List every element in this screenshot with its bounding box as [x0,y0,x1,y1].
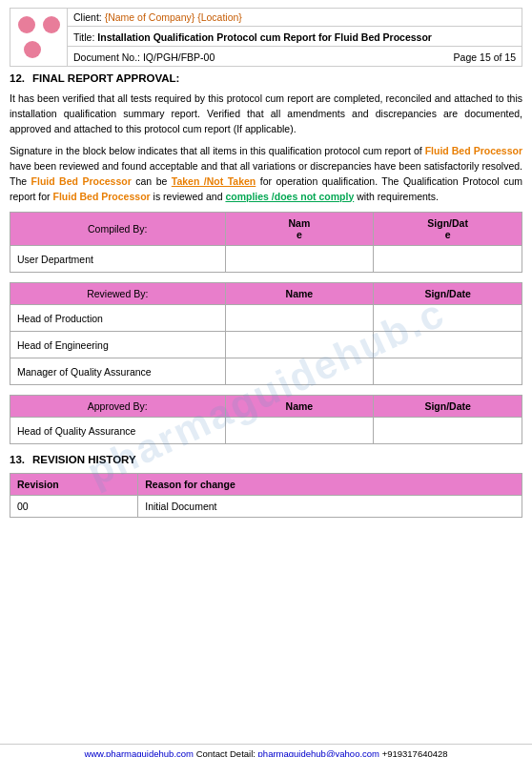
head-qa-label: Head of Quality Assurance [10,418,226,444]
rev-number-1: 00 [10,496,138,518]
compiled-col3-header: Sign/Date [374,213,522,246]
footer-website[interactable]: www.pharmaguidehub.com [84,748,194,757]
approved-col1-header: Approved By: [10,396,226,418]
section12-para2: Signature in the block below indicates t… [10,144,522,204]
para2-suffix: with requirements. [354,191,439,202]
main-content: 12. FINAL REPORT APPROVAL: It has been v… [10,72,522,518]
manager-qa-name [225,358,374,385]
compiled-col2-header: Name [225,213,374,246]
para2-mid4: is reviewed and [151,191,226,202]
header-docno-row: Document No.: IQ/PGH/FBP-00 Page 15 of 1… [68,49,522,66]
head-qa-name [225,418,374,444]
page-footer: www.pharmaguidehub.com Contact Detail: p… [0,744,532,757]
footer-email[interactable]: pharmaguidehub@yahoo.com [258,748,379,757]
footer-contact-label: Contact Detail: [196,748,256,757]
header-client-row: Client: {Name of Company} {Location} [68,9,522,27]
rev-reason-1: Initial Document [138,496,522,518]
email-link[interactable]: pharmaguidehub@yahoo.com [258,748,379,757]
head-qa-sign [374,418,522,444]
section13-number: 13. [10,454,25,465]
docno-value: IQ/PGH/FBP-00 [143,51,215,63]
head-engineering-name [225,332,374,358]
logo-circles [18,16,60,58]
section12-heading: FINAL REPORT APPROVAL: [32,72,179,84]
header-title-row: Title: Installation Qualification Protoc… [68,29,522,47]
compiled-col1-header: Compiled By: [10,213,226,246]
circle-bottom [24,41,41,58]
title-label: Title: [73,31,94,43]
page-header: Client: {Name of Company} {Location} Tit… [10,8,522,67]
rev-col1-header: Revision [10,474,138,496]
compiled-by-table: Compiled By: Name Sign/Date User Departm… [10,212,522,273]
head-production-name [225,305,374,332]
reviewed-by-table: Reviewed By: Name Sign/Date Head of Prod… [10,282,522,385]
title-value: Installation Qualification Protocol cum … [97,31,432,43]
manager-qa-label: Manager of Quality Assurance [10,358,226,385]
rev-row-1: 00 Initial Document [10,496,522,518]
head-production-sign [374,305,522,332]
section12-number: 12. [10,72,25,84]
para2-highlight4: Fluid Bed Processor [53,191,151,202]
revision-history-table: Revision Reason for change 00 Initial Do… [10,473,522,518]
para2-highlight2: Fluid Bed Processor [31,175,132,187]
page-wrapper: Client: {Name of Company} {Location} Tit… [0,8,532,757]
approved-col3-header: Sign/Date [374,396,522,418]
client-label: Client: [73,11,102,23]
user-department-name [225,246,374,273]
para2-highlight5: complies /does not comply [225,191,354,202]
reviewed-col2-header: Name [225,283,374,305]
para2-mid2: can be [132,175,172,187]
user-department-sign [374,246,522,273]
manager-qa-sign [374,358,522,385]
section13: 13. REVISION HISTORY Revision Reason for… [10,454,522,518]
para2-prefix: Signature in the block below indicates t… [10,145,425,156]
docno-label: Document No.: IQ/PGH/FBP-00 [73,51,215,63]
reviewed-col1-header: Reviewed By: [10,283,226,305]
client-value: {Name of Company} {Location} [105,11,242,23]
section12-para1: It has been verified that all tests requ… [10,92,522,136]
page-number: Page 15 of 15 [454,51,516,63]
footer-phone: +919317640428 [382,748,448,757]
section13-heading: REVISION HISTORY [32,454,136,465]
para2-highlight1: Fluid Bed Processor [425,145,522,156]
rev-col2-header: Reason for change [138,474,522,496]
user-department-label: User Department [10,246,226,273]
company-logo [10,9,68,66]
circle-top-right [43,16,60,33]
section13-title: 13. REVISION HISTORY [10,454,522,465]
para2-highlight3: Taken /Not Taken [172,175,256,187]
approved-col2-header: Name [225,396,374,418]
head-production-label: Head of Production [10,305,226,332]
head-engineering-label: Head of Engineering [10,332,226,358]
circle-top-left [18,16,35,33]
section12-title: 12. FINAL REPORT APPROVAL: [10,72,522,84]
website-link[interactable]: www.pharmaguidehub.com [84,748,194,757]
head-engineering-sign [374,332,522,358]
reviewed-col3-header: Sign/Date [374,283,522,305]
header-info: Client: {Name of Company} {Location} Tit… [68,9,522,66]
approved-by-table: Approved By: Name Sign/Date Head of Qual… [10,395,522,444]
